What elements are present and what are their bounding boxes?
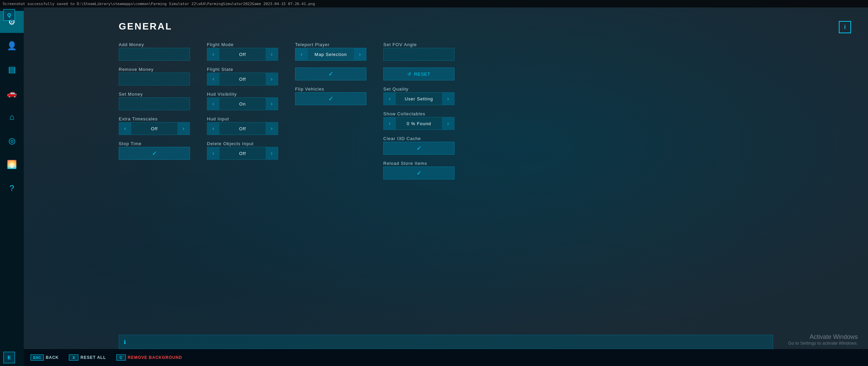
show-collectables-left[interactable]: ‹ [384,117,396,130]
remove-background-button[interactable]: C REMOVE BACKGROUND [116,354,182,361]
hud-input-toggle[interactable]: ‹ Off › [207,122,278,135]
hud-input-label: Hud Input [207,116,278,121]
reset-all-button[interactable]: X RESET ALL [69,354,106,361]
flight-state-value: Off [219,77,266,82]
hud-visibility-left[interactable]: ‹ [207,97,219,110]
teleport-map-value: Map Selection [308,52,354,57]
remove-money-input[interactable] [119,73,190,85]
extra-timescales-right[interactable]: › [177,122,190,135]
set-fov-label: Set FOV Angle [383,42,455,47]
set-quality-value: User Setting [396,96,442,101]
extra-timescales-toggle[interactable]: ‹ Off › [119,122,190,135]
hud-visibility-toggle[interactable]: ‹ On › [207,97,278,110]
flip-vehicles-check[interactable]: ✓ [295,92,366,105]
delete-objects-toggle[interactable]: ‹ Off › [207,147,278,160]
main-content: GENERAL i Add Money Remove Money Set Mon… [24,7,868,366]
hud-visibility-right[interactable]: › [266,97,278,110]
clear-i3d-label: Clear I3D Cache [383,136,455,141]
e-button[interactable]: E [3,352,15,363]
hud-visibility-value: On [219,101,266,107]
teleport-map-select[interactable]: ‹ Map Selection › [295,48,366,61]
bottom-info-bar: ℹ [24,335,868,349]
flight-mode-value: Off [219,52,266,57]
hud-input-left[interactable]: ‹ [207,122,219,135]
clear-i3d-block: Clear I3D Cache ✓ [383,136,455,155]
sidebar-item-vehicle[interactable]: 🚗 [0,82,24,104]
wallet-icon: ▤ [8,65,16,74]
set-quality-left[interactable]: ‹ [384,92,396,105]
set-quality-right[interactable]: › [442,92,454,105]
teleport-map-right[interactable]: › [354,48,366,61]
back-button[interactable]: ESC BACK [31,354,59,361]
extra-timescales-left[interactable]: ‹ [119,122,131,135]
delete-objects-left[interactable]: ‹ [207,147,219,160]
show-collectables-value: 0 % Found [396,121,442,126]
set-money-label: Set Money [119,92,190,97]
remove-money-label: Remove Money [119,67,190,72]
esc-key-badge: ESC [31,354,44,361]
flight-state-label: Flight State [207,67,278,72]
weather-icon: 🌅 [7,160,17,169]
flight-mode-label: Flight Mode [207,42,278,47]
remove-background-label: REMOVE BACKGROUND [128,355,182,360]
footer-buttons: ESC BACK X RESET ALL C REMOVE BACKGROUND [24,349,868,366]
delete-objects-block: Delete Objects Input ‹ Off › [207,141,278,160]
sidebar-item-map[interactable]: ◎ [0,130,24,152]
page-title: GENERAL [119,21,851,32]
set-money-input[interactable] [119,97,190,110]
info-bar-icon: ℹ [124,339,126,345]
show-collectables-label: Show Collectables [383,111,455,116]
reload-store-block: Reload Store Items ✓ [383,161,455,179]
flight-mode-right[interactable]: › [266,48,278,61]
set-fov-input[interactable] [383,48,455,61]
stop-time-label: Stop Time [119,141,190,146]
q-button[interactable]: Q [3,9,15,21]
sidebar-item-weather[interactable]: 🌅 [0,153,24,175]
hud-visibility-block: Hud Visibility ‹ On › [207,92,278,110]
delete-objects-label: Delete Objects Input [207,141,278,146]
flight-state-right[interactable]: › [266,73,278,85]
reset-fov-button[interactable]: ↺ RESET [383,68,455,80]
flight-state-left[interactable]: ‹ [207,73,219,85]
info-bar-container: ℹ [119,335,773,349]
flight-mode-toggle[interactable]: ‹ Off › [207,48,278,61]
info-button[interactable]: i [839,21,851,33]
add-money-input[interactable] [119,48,190,61]
show-collectables-toggle[interactable]: ‹ 0 % Found › [383,117,455,130]
show-collectables-right[interactable]: › [442,117,454,130]
stop-time-block: Stop Time ✓ [119,141,190,160]
hud-input-right[interactable]: › [266,122,278,135]
hud-input-value: Off [219,126,266,131]
column-1: Add Money Remove Money Set Money Extra T… [119,42,190,186]
column-2: Flight Mode ‹ Off › Flight State ‹ Off ›… [207,42,278,186]
sidebar-item-help[interactable]: ? [0,177,24,199]
flight-mode-left[interactable]: ‹ [207,48,219,61]
flip-vehicles-label: Flip Vehicles [295,86,366,92]
extra-timescales-value: Off [131,126,177,131]
back-label: BACK [46,355,59,360]
extra-timescales-block: Extra Timescales ‹ Off › [119,116,190,135]
teleport-player-label: Teleport Player [295,42,366,47]
help-icon: ? [9,184,14,193]
extra-timescales-label: Extra Timescales [119,116,190,121]
column-4: Set FOV Angle ↺ RESET Set Quality ‹ User… [383,42,455,186]
teleport-check-btn[interactable]: ✓ [295,68,366,80]
reload-store-check[interactable]: ✓ [383,167,455,179]
screenshot-text: Screenshot successfully saved to D:\Stea… [3,2,315,6]
teleport-map-left[interactable]: ‹ [295,48,308,61]
flip-vehicles-block: Flip Vehicles ✓ [295,86,366,105]
set-quality-toggle[interactable]: ‹ User Setting › [383,92,455,105]
flight-state-toggle[interactable]: ‹ Off › [207,73,278,85]
stop-time-check[interactable]: ✓ [119,147,190,160]
sidebar-item-person[interactable]: 👤 [0,35,24,57]
add-money-block: Add Money [119,42,190,61]
house-icon: ⌂ [9,112,15,122]
show-collectables-block: Show Collectables ‹ 0 % Found › [383,111,455,130]
clear-i3d-check[interactable]: ✓ [383,142,455,155]
add-money-label: Add Money [119,42,190,47]
flight-state-block: Flight State ‹ Off › [207,67,278,85]
delete-objects-right[interactable]: › [266,147,278,160]
sidebar-item-wallet[interactable]: ▤ [0,58,24,80]
map-pin-icon: ◎ [8,136,16,146]
sidebar-item-house[interactable]: ⌂ [0,106,24,128]
